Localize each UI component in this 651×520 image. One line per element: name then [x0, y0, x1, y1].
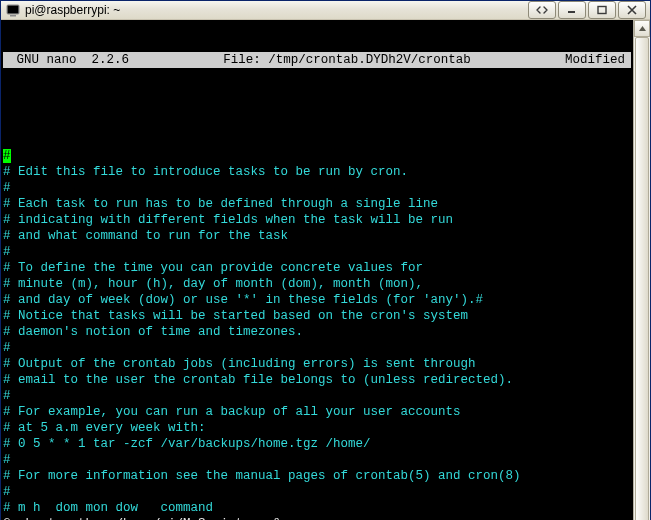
svg-rect-1: [8, 6, 18, 13]
editor-line[interactable]: #: [3, 244, 631, 260]
app-icon: [5, 2, 21, 18]
nano-file-label: File:: [223, 53, 261, 67]
editor-line[interactable]: # To define the time you can provide con…: [3, 260, 631, 276]
titlebar[interactable]: pi@raspberrypi: ~: [1, 1, 650, 20]
scroll-thumb[interactable]: [635, 37, 649, 520]
editor-line[interactable]: # For more information see the manual pa…: [3, 468, 631, 484]
vertical-scrollbar[interactable]: [633, 20, 650, 520]
minimize-button[interactable]: [558, 1, 586, 19]
editor-line[interactable]: #: [3, 388, 631, 404]
editor-line[interactable]: # email to the user the crontab file bel…: [3, 372, 631, 388]
editor-line[interactable]: # Edit this file to introduce tasks to b…: [3, 164, 631, 180]
editor-line[interactable]: # at 5 a.m every week with:: [3, 420, 631, 436]
nano-status: Modified: [565, 52, 631, 68]
maximize-button[interactable]: [588, 1, 616, 19]
window-title: pi@raspberrypi: ~: [25, 3, 528, 17]
nano-app: GNU nano: [17, 53, 77, 67]
editor-line[interactable]: #: [3, 148, 631, 164]
editor-line[interactable]: # For example, you can run a backup of a…: [3, 404, 631, 420]
nano-file-path: /tmp/crontab.DYDh2V/crontab: [268, 53, 471, 67]
svg-rect-2: [10, 15, 16, 17]
terminal-content[interactable]: GNU nano 2.2.6 File: /tmp/crontab.DYDh2V…: [1, 20, 633, 520]
editor-line[interactable]: #: [3, 340, 631, 356]
editor-line[interactable]: # indicating with different fields when …: [3, 212, 631, 228]
editor-line[interactable]: #: [3, 452, 631, 468]
editor-line[interactable]: # and day of week (dow) or use '*' in th…: [3, 292, 631, 308]
svg-rect-4: [598, 7, 606, 14]
window-controls: [528, 1, 646, 19]
terminal: GNU nano 2.2.6 File: /tmp/crontab.DYDh2V…: [1, 20, 650, 520]
nano-header: GNU nano 2.2.6 File: /tmp/crontab.DYDh2V…: [3, 52, 631, 68]
editor-line[interactable]: # m h dom mon dow command: [3, 500, 631, 516]
editor-line[interactable]: #: [3, 484, 631, 500]
expand-button[interactable]: [528, 1, 556, 19]
editor-body[interactable]: ## Edit this file to introduce tasks to …: [3, 148, 631, 520]
cursor: #: [3, 149, 11, 163]
editor-line[interactable]: # Output of the crontab jobs (including …: [3, 356, 631, 372]
editor-line[interactable]: # daemon's notion of time and timezones.: [3, 324, 631, 340]
editor-line[interactable]: # 0 5 * * 1 tar -zcf /var/backups/home.t…: [3, 436, 631, 452]
nano-version: 2.2.6: [92, 53, 130, 67]
scroll-up-button[interactable]: [634, 20, 650, 37]
editor-line[interactable]: # Each task to run has to be defined thr…: [3, 196, 631, 212]
close-button[interactable]: [618, 1, 646, 19]
editor-line[interactable]: # and what command to run for the task: [3, 228, 631, 244]
scroll-track[interactable]: [634, 37, 650, 520]
editor-line[interactable]: #: [3, 180, 631, 196]
editor-line[interactable]: # minute (m), hour (h), day of month (do…: [3, 276, 631, 292]
editor-line[interactable]: @reboot python /home/pi/MyScript.py &: [3, 516, 631, 520]
editor-line[interactable]: # Notice that tasks will be started base…: [3, 308, 631, 324]
app-window: pi@raspberrypi: ~ GNU nano 2.2.6 File: /…: [0, 0, 651, 520]
